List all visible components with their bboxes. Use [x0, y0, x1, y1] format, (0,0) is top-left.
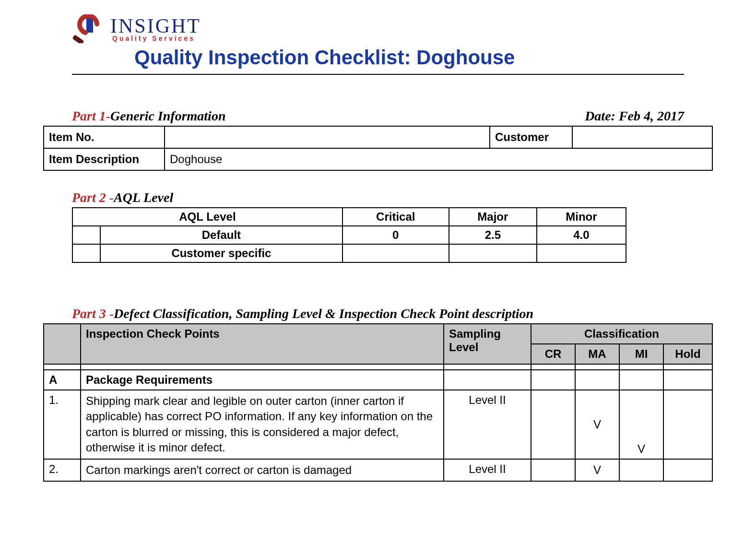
col-cr: CR	[531, 344, 575, 364]
item-no-value[interactable]	[165, 126, 490, 148]
item-desc-value[interactable]: Doghouse	[165, 148, 712, 170]
section-a-row: A Package Requirements	[44, 370, 712, 390]
svg-rect-0	[86, 17, 93, 33]
part1-header: Part 1-Generic Information Date: Feb 4, …	[43, 108, 713, 126]
aql-header-level: AQL Level	[72, 208, 343, 226]
customer-label: Customer	[490, 126, 572, 148]
row2-mi[interactable]	[619, 459, 663, 481]
section-a-letter: A	[44, 370, 81, 390]
item-no-label: Item No.	[44, 126, 165, 148]
item-desc-label: Item Description	[44, 148, 165, 170]
row1-desc: Shipping mark clear and legible on outer…	[81, 390, 444, 459]
row2-sampling: Level II	[444, 459, 531, 481]
col-hold: Hold	[663, 344, 712, 364]
aql-header-minor: Minor	[537, 208, 626, 226]
row1-sampling: Level II	[444, 390, 531, 459]
col-checkpoints: Inspection Check Points	[81, 324, 444, 364]
part3-num: Part 3 -	[72, 306, 114, 321]
aql-customer-label: Customer specific	[100, 244, 343, 262]
aql-default-label: Default	[100, 226, 343, 244]
part2-num: Part 2 -	[72, 190, 114, 205]
col-sampling: Sampling Level	[444, 324, 531, 364]
company-logo: INSIGHT Quality Services	[72, 14, 684, 43]
logo-subtitle-text: Quality Services	[112, 35, 201, 42]
checkpoint-row-1: 1. Shipping mark clear and legible on ou…	[44, 390, 712, 459]
part3-header: Part 3 -Defect Classification, Sampling …	[43, 306, 713, 323]
checkpoint-row-2: 2. Carton markings aren't correct or car…	[44, 459, 712, 481]
row1-ma[interactable]: V	[575, 390, 619, 459]
defect-table: Inspection Check Points Sampling Level C…	[43, 323, 713, 482]
row2-cr[interactable]	[531, 459, 575, 481]
aql-customer-critical[interactable]	[343, 244, 449, 262]
part1-num: Part 1-	[72, 108, 110, 123]
logo-brand-text: INSIGHT	[110, 16, 201, 36]
row1-num: 1.	[44, 390, 81, 459]
aql-default-critical: 0	[343, 226, 449, 244]
aql-customer-major[interactable]	[449, 244, 537, 262]
logo-icon	[72, 14, 106, 43]
row2-num: 2.	[44, 459, 81, 481]
aql-default-major: 2.5	[449, 226, 537, 244]
aql-header-major: Major	[449, 208, 537, 226]
section-a-title: Package Requirements	[81, 370, 444, 390]
customer-value[interactable]	[572, 126, 712, 148]
svg-rect-1	[72, 35, 84, 43]
page-title: Quality Inspection Checklist: Doghouse	[72, 46, 684, 75]
part3-title: Defect Classification, Sampling Level & …	[114, 306, 533, 321]
row2-hold[interactable]	[663, 459, 712, 481]
row1-cr[interactable]	[531, 390, 575, 459]
part1-title: Generic Information	[110, 108, 225, 123]
aql-customer-minor[interactable]	[537, 244, 626, 262]
aql-default-minor: 4.0	[537, 226, 626, 244]
part2-header: Part 2 -AQL Level	[43, 190, 713, 207]
aql-row-customer: Customer specific	[72, 244, 626, 262]
row1-hold[interactable]	[663, 390, 712, 459]
col-mi: MI	[619, 344, 663, 364]
row1-mi[interactable]: V	[619, 390, 663, 459]
aql-header-critical: Critical	[343, 208, 449, 226]
row2-desc: Carton markings aren't correct or carton…	[81, 459, 444, 481]
date-label: Date: Feb 4, 2017	[585, 108, 684, 124]
row2-ma[interactable]: V	[575, 459, 619, 481]
aql-row-default: Default 0 2.5 4.0	[72, 226, 626, 244]
part2-title: AQL Level	[114, 190, 173, 205]
aql-table: AQL Level Critical Major Minor Default 0…	[72, 207, 626, 263]
col-classification: Classification	[531, 324, 712, 344]
generic-info-table: Item No. Customer Item Description Dogho…	[43, 126, 713, 171]
col-ma: MA	[575, 344, 619, 364]
